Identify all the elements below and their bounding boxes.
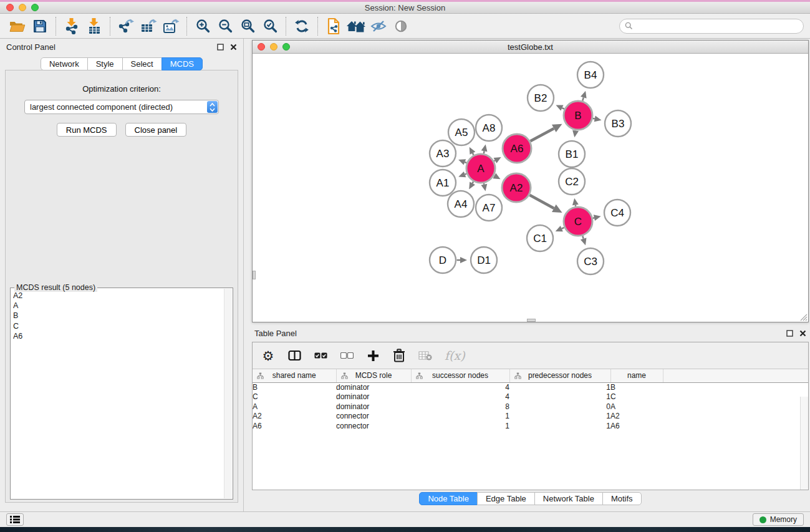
resize-grip-icon[interactable] (799, 313, 808, 321)
save-session-button[interactable] (29, 16, 51, 36)
column-header-name[interactable]: name (610, 369, 663, 382)
table-cell[interactable]: connector (336, 422, 411, 432)
table-cell[interactable]: 1 (509, 392, 610, 402)
table-row[interactable]: Adominator80A (253, 402, 808, 412)
delete-table-button[interactable] (418, 351, 432, 360)
edge-A-A7[interactable] (481, 183, 487, 191)
table-cell[interactable]: dominator (336, 382, 411, 392)
table-cell[interactable]: 1 (509, 422, 610, 432)
export-image-button[interactable] (160, 16, 182, 36)
node-A2[interactable]: A2 (502, 173, 531, 202)
edge-A-A8[interactable] (481, 144, 488, 153)
export-network-button[interactable] (115, 16, 137, 36)
open-session-button[interactable] (6, 16, 29, 36)
column-header-successor-nodes[interactable]: successor nodes (411, 369, 509, 382)
table-cell[interactable]: A6 (253, 422, 336, 432)
table-tab-motifs[interactable]: Motifs (602, 492, 642, 505)
table-cell[interactable]: 8 (411, 402, 509, 412)
result-item[interactable]: A2 (13, 291, 223, 301)
edge-B-B3[interactable] (593, 116, 602, 122)
close-table-panel-icon[interactable] (799, 330, 806, 337)
memory-button[interactable]: Memory (753, 513, 804, 526)
network-canvas[interactable]: B4B2BB3A5A8A6A3B1AC2A1A2A4A7C4CC1DD1C3 (253, 54, 808, 322)
criterion-dropdown[interactable]: largest connected component (directed) (24, 100, 219, 114)
result-item[interactable]: B (13, 311, 223, 321)
table-cell[interactable]: A2 (253, 412, 336, 422)
node-D[interactable]: D (430, 247, 456, 273)
node-C4[interactable]: C4 (604, 200, 630, 226)
node-A3[interactable]: A3 (430, 140, 456, 167)
edge-B-B4[interactable] (581, 91, 587, 101)
table-cell[interactable]: dominator (336, 392, 411, 402)
edge-B-B2[interactable] (556, 105, 564, 110)
table-cell[interactable]: B (610, 382, 663, 392)
table-cell[interactable]: 1 (509, 412, 610, 422)
table-cell[interactable]: B (253, 382, 336, 392)
node-C3[interactable]: C3 (577, 248, 604, 274)
node-A8[interactable]: A8 (476, 115, 502, 141)
table-tab-node-table[interactable]: Node Table (419, 492, 478, 505)
edge-A-A4[interactable] (469, 181, 475, 189)
control-tab-select[interactable]: Select (122, 57, 162, 70)
import-network-button[interactable] (60, 16, 83, 36)
export-table-button[interactable] (137, 16, 160, 36)
show-graphics-details-button[interactable] (390, 16, 412, 36)
result-scrollbar[interactable] (224, 289, 232, 498)
result-item[interactable]: A (13, 301, 223, 311)
node-B1[interactable]: B1 (559, 141, 585, 167)
close-panel-button[interactable]: Close panel (125, 123, 187, 137)
close-network-window-button[interactable] (258, 43, 265, 51)
node-A7[interactable]: A7 (476, 195, 502, 221)
table-row[interactable]: A2connector11A2 (253, 412, 808, 422)
table-cell[interactable]: 1 (411, 412, 509, 422)
node-C[interactable]: C (564, 207, 592, 236)
zoom-window-button[interactable] (31, 4, 39, 11)
node-C1[interactable]: C1 (527, 225, 553, 251)
select-all-button[interactable] (314, 352, 327, 359)
control-tab-network[interactable]: Network (41, 57, 88, 70)
table-cell[interactable]: A2 (610, 412, 663, 422)
table-cell[interactable]: A (253, 402, 336, 412)
network-graph[interactable]: B4B2BB3A5A8A6A3B1AC2A1A2A4A7C4CC1DD1C3 (253, 54, 808, 322)
zoom-selected-button[interactable] (259, 16, 281, 36)
table-row[interactable]: Bdominator41B (253, 382, 808, 392)
node-B[interactable]: B (564, 101, 592, 130)
table-cell[interactable]: C (610, 392, 663, 402)
edge-B-B1[interactable] (572, 130, 579, 138)
node-B2[interactable]: B2 (528, 85, 554, 111)
edge-C-C3[interactable] (581, 236, 587, 245)
task-history-button[interactable] (6, 513, 24, 526)
run-mcds-button[interactable]: Run MCDS (57, 123, 117, 137)
node-B4[interactable]: B4 (577, 62, 604, 88)
table-cell[interactable]: 4 (411, 382, 509, 392)
table-cell[interactable]: 4 (411, 392, 509, 402)
copy-network-button[interactable] (322, 16, 345, 36)
zoom-out-button[interactable] (214, 16, 236, 36)
close-window-button[interactable] (6, 4, 14, 11)
home-view-button[interactable] (345, 16, 367, 36)
control-tab-mcds[interactable]: MCDS (162, 57, 203, 70)
table-tab-edge-table[interactable]: Edge Table (477, 492, 535, 505)
edge-D-D1[interactable] (457, 257, 468, 263)
table-row[interactable]: A6connector11A6 (253, 422, 808, 432)
node-D1[interactable]: D1 (471, 247, 497, 273)
table-settings-button[interactable]: ⚙ (261, 349, 275, 362)
edge-C-C4[interactable] (593, 215, 601, 221)
minimize-window-button[interactable] (19, 4, 26, 11)
close-panel-icon[interactable] (230, 44, 237, 51)
column-header-MCDS-role[interactable]: MCDS role (336, 369, 411, 382)
edge-A-A5[interactable] (470, 147, 476, 155)
canvas-left-handle[interactable] (253, 271, 256, 279)
minimize-network-window-button[interactable] (270, 43, 277, 51)
table-tab-network-table[interactable]: Network Table (534, 492, 603, 505)
table-cell[interactable]: A6 (610, 422, 663, 432)
table-cell[interactable]: dominator (336, 402, 411, 412)
table-row[interactable]: Cdominator41C (253, 392, 808, 402)
edge-A-A3[interactable] (458, 159, 466, 165)
table-cell[interactable]: A (610, 402, 663, 412)
table-cell[interactable]: 1 (509, 382, 610, 392)
search-input[interactable] (636, 22, 798, 31)
table-cell[interactable]: connector (336, 412, 411, 422)
zoom-network-window-button[interactable] (282, 43, 290, 51)
delete-column-button[interactable] (392, 349, 406, 362)
